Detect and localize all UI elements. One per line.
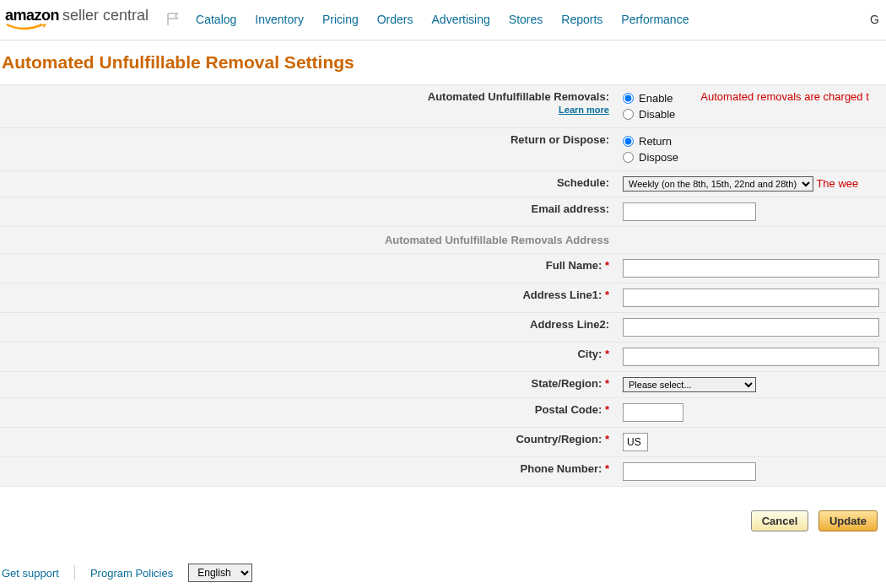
label-addr2: Address Line2: <box>530 318 609 331</box>
dispose-radio-row[interactable]: Dispose <box>623 149 879 165</box>
update-button[interactable]: Update <box>818 510 878 531</box>
logo-seller-central: seller central <box>62 7 149 24</box>
address-section-header: Automated Unfulfillable Removals Address <box>0 227 616 254</box>
address2-field[interactable] <box>623 318 879 337</box>
return-radio-row[interactable]: Return <box>623 133 879 149</box>
phone-field[interactable] <box>623 462 756 481</box>
schedule-select[interactable]: Weekly (on the 8th, 15th, 22nd and 28th) <box>623 176 813 192</box>
amazon-smile-icon <box>5 23 49 31</box>
enable-radio-row[interactable]: Enable <box>623 90 675 106</box>
label-addr1: Address Line1: <box>522 289 602 301</box>
state-select[interactable]: Please select... <box>623 377 756 392</box>
label-country: Country/Region: <box>516 433 602 445</box>
program-policies-link[interactable]: Program Policies <box>90 567 173 580</box>
label-schedule: Schedule: <box>557 176 609 189</box>
header-right-letter: G <box>870 13 881 26</box>
label-city: City: <box>577 348 602 360</box>
flag-icon[interactable] <box>165 12 181 27</box>
main-nav: Catalog Inventory Pricing Orders Adverti… <box>196 13 689 26</box>
action-bar: Cancel Update <box>0 487 886 557</box>
postal-field[interactable] <box>623 403 683 422</box>
get-support-link[interactable]: Get support <box>2 567 59 580</box>
label-full-name: Full Name: <box>546 259 602 272</box>
label-postal: Postal Code: <box>535 403 602 416</box>
page-title: Automated Unfulfillable Removal Settings <box>0 40 886 84</box>
weekly-note: The wee <box>816 177 858 190</box>
country-field[interactable] <box>623 433 648 451</box>
top-nav: amazon seller central Catalog Inventory … <box>0 0 886 40</box>
return-radio[interactable] <box>623 136 634 147</box>
label-email: Email address: <box>532 202 610 215</box>
dispose-radio[interactable] <box>623 152 634 163</box>
label-return-dispose: Return or Dispose: <box>511 133 609 146</box>
nav-orders[interactable]: Orders <box>377 13 413 26</box>
nav-inventory[interactable]: Inventory <box>255 13 304 26</box>
logo[interactable]: amazon seller central <box>5 7 149 31</box>
charged-note: Automated removals are charged t <box>700 90 868 103</box>
logo-amazon: amazon <box>5 7 59 24</box>
full-name-field[interactable] <box>623 259 879 278</box>
enable-radio[interactable] <box>623 93 634 104</box>
email-field[interactable] <box>623 202 756 221</box>
city-field[interactable] <box>623 348 879 366</box>
address1-field[interactable] <box>623 289 879 307</box>
nav-stores[interactable]: Stores <box>509 13 543 26</box>
label-phone: Phone Number: <box>521 462 602 475</box>
nav-performance[interactable]: Performance <box>621 13 689 26</box>
disable-radio[interactable] <box>623 109 634 120</box>
nav-pricing[interactable]: Pricing <box>322 13 359 26</box>
settings-form: Automated Unfulfillable Removals: Learn … <box>0 84 886 487</box>
footer: Get support Program Policies English <box>0 557 886 588</box>
nav-reports[interactable]: Reports <box>561 13 602 26</box>
nav-advertising[interactable]: Advertising <box>432 13 490 26</box>
nav-catalog[interactable]: Catalog <box>196 13 236 26</box>
label-auto-removals: Automated Unfulfillable Removals: <box>428 90 609 103</box>
cancel-button[interactable]: Cancel <box>751 510 809 531</box>
footer-divider <box>74 565 75 580</box>
language-select[interactable]: English <box>188 564 252 582</box>
learn-more-link[interactable]: Learn more <box>559 105 609 115</box>
label-state: State/Region: <box>532 377 602 390</box>
disable-radio-row[interactable]: Disable <box>623 106 675 122</box>
